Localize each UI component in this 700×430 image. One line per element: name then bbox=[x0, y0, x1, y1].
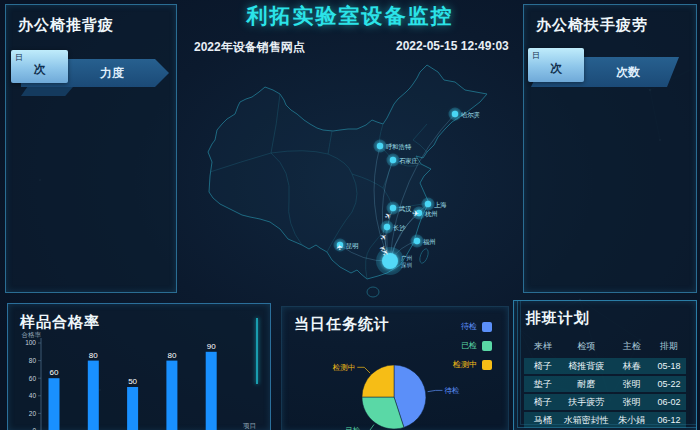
y-tick-label: 40 bbox=[29, 392, 37, 399]
schedule-cell: 06-02 bbox=[652, 397, 686, 407]
schedule-cell: 水箱密封性 bbox=[561, 414, 611, 427]
y-tick-label: 100 bbox=[25, 339, 36, 346]
tab-unit-label: 次 bbox=[528, 60, 584, 77]
bar-value-label: 80 bbox=[89, 351, 98, 360]
city-label: 呼和浩特 bbox=[386, 143, 412, 151]
schedule-cell: 椅子 bbox=[524, 360, 561, 373]
panel-backrest-fatigue: 办公椅推背疲 力度 日 次 bbox=[5, 4, 177, 293]
city-label: 福州 bbox=[423, 238, 436, 246]
bar-chart-title: 样品合格率 bbox=[8, 304, 270, 332]
tab-day-count-right[interactable]: 日 次 bbox=[528, 48, 584, 82]
panel-schedule: 排班计划 来样检项主检排期椅子椅推背疲林春05-18垫子耐磨张明05-22椅子扶… bbox=[513, 300, 697, 430]
schedule-header-row: 来样检项主检排期 bbox=[524, 338, 686, 354]
bar[interactable] bbox=[88, 361, 99, 430]
city-label: 哈尔滨 bbox=[461, 111, 480, 119]
schedule-row: 垫子耐磨张明05-22 bbox=[524, 376, 686, 392]
bar[interactable] bbox=[166, 361, 177, 430]
datetime-display: 2022-05-15 12:49:03 bbox=[396, 39, 509, 53]
schedule-cell: 椅推背疲 bbox=[561, 360, 611, 373]
schedule-title: 排班计划 bbox=[514, 301, 696, 328]
panel-armrest-title: 办公椅扶手疲劳 bbox=[524, 5, 696, 35]
pass-rate-bar-chart: 合格率0204060801006080508090项目 bbox=[8, 330, 270, 430]
bar[interactable] bbox=[206, 352, 217, 430]
schedule-cell: 垫子 bbox=[524, 378, 561, 391]
map-city-marker-长沙[interactable] bbox=[384, 224, 390, 230]
map-city-marker-武汉[interactable] bbox=[390, 205, 396, 211]
task-pie-chart: 待检已检检测中 bbox=[282, 333, 508, 430]
bar-value-label: 80 bbox=[167, 351, 176, 360]
pie-label-line bbox=[357, 367, 370, 373]
schedule-row: 马桶水箱密封性朱小娟06-12 bbox=[524, 412, 686, 428]
bar[interactable] bbox=[49, 378, 60, 430]
city-label: 杭州 bbox=[424, 210, 438, 218]
schedule-header-cell: 检项 bbox=[561, 340, 611, 353]
schedule-cell: 张明 bbox=[611, 396, 652, 409]
schedule-header-cell: 来样 bbox=[524, 340, 561, 353]
ribbon-tail-decor bbox=[21, 87, 73, 96]
city-label: 武汉 bbox=[398, 205, 412, 213]
schedule-cell: 06-12 bbox=[652, 415, 686, 425]
schedule-table: 来样检项主检排期椅子椅推背疲林春05-18垫子耐磨张明05-22椅子扶手疲劳张明… bbox=[524, 338, 686, 428]
bar-value-label: 50 bbox=[128, 377, 137, 386]
schedule-header-cell: 排期 bbox=[652, 340, 686, 353]
schedule-cell: 05-22 bbox=[652, 379, 686, 389]
schedule-cell: 马桶 bbox=[524, 414, 561, 427]
pie-label-line bbox=[362, 425, 374, 430]
dashboard: 利拓实验室设备监控 2022年设备销售网点 2022-05-15 12:49:0… bbox=[0, 0, 700, 430]
pie-label-line bbox=[428, 390, 443, 391]
map-city-marker-呼和浩特[interactable] bbox=[377, 143, 383, 149]
hainan-island bbox=[367, 287, 379, 297]
panel-backrest-title: 办公椅推背疲 bbox=[6, 5, 176, 35]
map-city-marker-哈尔滨[interactable] bbox=[452, 111, 458, 117]
map-city-marker-福州[interactable] bbox=[414, 238, 420, 244]
y-tick-label: 60 bbox=[29, 375, 37, 382]
y-axis-name: 合格率 bbox=[22, 331, 42, 339]
page-title: 利拓实验室设备监控 bbox=[150, 2, 550, 30]
map-city-marker-上海[interactable] bbox=[425, 201, 431, 207]
panel-armrest-fatigue: 办公椅扶手疲劳 次数 日 次 bbox=[523, 4, 697, 293]
schedule-cell: 朱小娟 bbox=[611, 414, 652, 427]
accent-line-decor bbox=[256, 318, 258, 384]
y-tick-label: 80 bbox=[29, 357, 37, 364]
legend-item-待检[interactable]: 待检 bbox=[461, 321, 492, 332]
schedule-cell: 林春 bbox=[611, 360, 652, 373]
city-label: 上海 bbox=[434, 201, 447, 209]
schedule-cell: 张明 bbox=[611, 378, 652, 391]
pie-slice-label: 检测中 bbox=[332, 363, 356, 372]
city-label: 石家庄 bbox=[399, 157, 419, 165]
bar-value-label: 90 bbox=[207, 342, 216, 351]
main-city-label: 广州 bbox=[401, 255, 413, 261]
schedule-cell: 05-18 bbox=[652, 361, 686, 371]
schedule-cell: 耐磨 bbox=[561, 378, 611, 391]
bar-value-label: 60 bbox=[50, 368, 59, 377]
schedule-cell: 扶手疲劳 bbox=[561, 396, 611, 409]
city-label: 长沙 bbox=[393, 224, 406, 232]
schedule-header-cell: 主检 bbox=[611, 340, 652, 353]
x-axis-name: 项目 bbox=[243, 422, 256, 429]
schedule-row: 椅子椅推背疲林春05-18 bbox=[524, 358, 686, 374]
tab-unit-label: 次 bbox=[11, 61, 68, 78]
map-city-marker-石家庄[interactable] bbox=[390, 157, 396, 163]
schedule-cell: 椅子 bbox=[524, 396, 561, 409]
pie-slice-label: 待检 bbox=[444, 386, 460, 395]
plane-icon: ✈ bbox=[412, 209, 419, 218]
city-label: 昆明 bbox=[346, 242, 359, 250]
pie-slice-label: 已检 bbox=[345, 426, 361, 430]
legend-label: 待检 bbox=[461, 321, 477, 332]
china-map: 哈尔滨呼和浩特石家庄武汉上海杭州长沙福州昆明广州深圳 ✈✈✈✈✈✈ bbox=[180, 52, 520, 305]
panel-pass-rate: 样品合格率 合格率0204060801006080508090项目 bbox=[7, 303, 271, 430]
panel-task-stats: 当日任务统计 待检已检检测中 待检已检检测中 bbox=[281, 306, 509, 430]
legend-swatch bbox=[482, 322, 492, 332]
y-tick-label: 20 bbox=[29, 410, 37, 417]
main-city-sublabel: 深圳 bbox=[401, 262, 412, 269]
schedule-row: 椅子扶手疲劳张明06-02 bbox=[524, 394, 686, 410]
bar[interactable] bbox=[127, 387, 138, 430]
tab-day-count-left[interactable]: 日 次 bbox=[11, 50, 68, 83]
taiwan-island bbox=[418, 248, 430, 264]
